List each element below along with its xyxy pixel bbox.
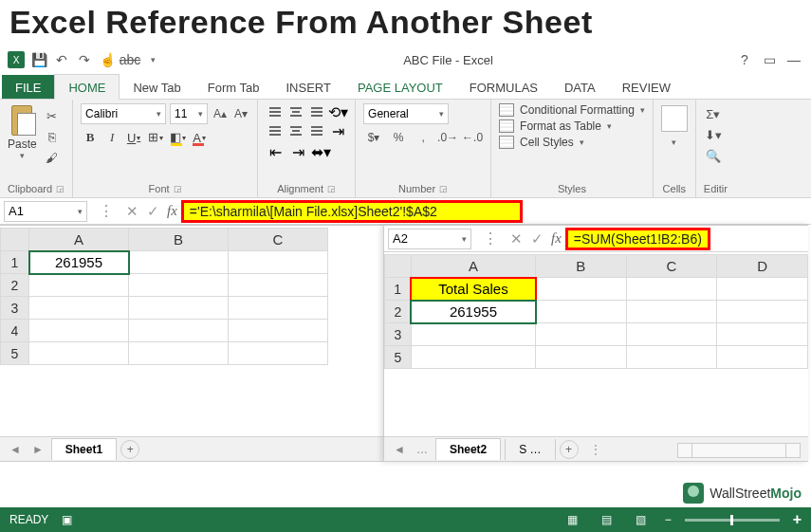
horizontal-scrollbar[interactable] [677, 443, 801, 458]
tab-insert[interactable]: INSERT [272, 75, 343, 99]
merge-center-icon[interactable]: ⬌▾ [311, 143, 330, 160]
cell-a3-left[interactable] [29, 297, 129, 320]
paste-dropdown-icon[interactable]: ▾ [20, 151, 25, 160]
fx-icon[interactable]: fx [163, 203, 181, 219]
cell-c4-left[interactable] [229, 320, 328, 342]
cell-a1-right[interactable]: Total Sales [411, 278, 535, 301]
cell-d3-right[interactable] [717, 323, 808, 346]
sheet-tab-s[interactable]: S … [505, 439, 555, 460]
cell-c3-left[interactable] [229, 297, 328, 320]
sheet-nav-next-icon[interactable]: ► [28, 443, 47, 456]
align-top-icon[interactable] [266, 103, 285, 120]
cell-b2-left[interactable] [129, 274, 229, 297]
shrink-font-icon[interactable]: A▾ [232, 103, 249, 124]
number-format-combo[interactable]: General▾ [363, 103, 449, 124]
align-center-icon[interactable] [286, 122, 305, 139]
tab-page-layout[interactable]: PAGE LAYOUT [344, 75, 456, 99]
orientation-icon[interactable]: ⟲▾ [328, 103, 347, 120]
cell-b3-left[interactable] [129, 297, 229, 320]
cut-icon[interactable]: ✂ [43, 107, 62, 124]
cell-c5-left[interactable] [229, 342, 328, 365]
cell-c1-left[interactable] [229, 251, 328, 274]
row-header-5-right[interactable]: 5 [385, 346, 412, 369]
alignment-launcher-icon[interactable]: ◲ [327, 184, 336, 193]
page-layout-view-icon[interactable]: ▤ [597, 511, 617, 528]
cell-b5-right[interactable] [536, 346, 627, 369]
cell-a5-right[interactable] [411, 346, 535, 369]
normal-view-icon[interactable]: ▦ [562, 511, 583, 528]
italic-button[interactable]: I [102, 128, 121, 147]
cell-b4-left[interactable] [129, 320, 229, 342]
tab-file[interactable]: FILE [2, 75, 54, 99]
zoom-out-button[interactable]: − [665, 513, 672, 526]
sheet-tab-sheet1[interactable]: Sheet1 [51, 438, 117, 460]
cell-b3-right[interactable] [536, 323, 627, 346]
wrap-text-icon[interactable]: ⇥ [328, 122, 347, 139]
select-all-corner-right[interactable] [385, 255, 412, 278]
cells-dropdown-icon[interactable]: ▾ [672, 138, 676, 147]
align-bottom-icon[interactable] [307, 103, 326, 120]
cell-c1-right[interactable] [626, 278, 717, 301]
tab-form-tab[interactable]: Form Tab [194, 75, 273, 99]
align-right-icon[interactable] [307, 122, 326, 139]
cells-icon[interactable] [661, 105, 688, 132]
row-header-1[interactable]: 1 [1, 251, 29, 274]
macro-record-icon[interactable]: ▣ [62, 513, 72, 526]
name-box-right[interactable]: A2▾ [388, 229, 471, 249]
sheet-nav-prev-icon-right[interactable]: ◄ [390, 443, 409, 456]
cell-d1-right[interactable] [717, 278, 808, 301]
fx-icon-right[interactable]: fx [547, 230, 565, 247]
cell-a3-right[interactable] [411, 323, 535, 346]
tab-review[interactable]: REVIEW [609, 75, 684, 99]
col-header-b-right[interactable]: B [536, 255, 627, 278]
find-select-icon[interactable]: 🔍 [704, 147, 723, 164]
conditional-formatting-button[interactable]: Conditional Formatting ▾ [499, 103, 645, 117]
tab-formulas[interactable]: FORMULAS [456, 75, 551, 99]
new-sheet-button-right[interactable]: + [560, 440, 579, 459]
percent-format-icon[interactable]: % [388, 128, 409, 147]
cell-c5-right[interactable] [626, 346, 717, 369]
fill-icon[interactable]: ⬇▾ [704, 126, 723, 143]
cell-c2-right[interactable] [626, 301, 717, 323]
row-header-1-right[interactable]: 1 [385, 278, 412, 301]
formula-input-left[interactable]: ='E:\sharmila\[Main File.xlsx]Sheet2'!$A… [181, 200, 523, 223]
cell-c3-right[interactable] [626, 323, 717, 346]
col-header-a-right[interactable]: A [411, 255, 535, 278]
row-header-5[interactable]: 5 [1, 342, 29, 365]
cell-d5-right[interactable] [717, 346, 808, 369]
col-header-c-right[interactable]: C [626, 255, 717, 278]
decrease-decimal-icon[interactable]: ←.0 [462, 128, 483, 147]
accounting-format-icon[interactable]: $▾ [363, 128, 384, 147]
cancel-formula-icon-right[interactable]: ✕ [506, 229, 526, 249]
format-as-table-button[interactable]: Format as Table ▾ [499, 119, 645, 133]
col-header-b[interactable]: B [129, 229, 229, 251]
formula-input-right[interactable]: =SUM(Sheet1!B2:B6) [565, 228, 710, 250]
sheet-nav-prev-icon[interactable]: ◄ [6, 443, 25, 456]
name-box-left[interactable]: A1▾ [4, 201, 87, 222]
col-header-d-right[interactable]: D [717, 255, 808, 278]
font-color-icon[interactable]: A▾ [190, 128, 209, 147]
sheet-tab-sheet2[interactable]: Sheet2 [435, 438, 501, 460]
enter-formula-icon-right[interactable]: ✓ [526, 229, 547, 249]
paste-button[interactable]: Paste ▾ [8, 103, 37, 160]
cell-b1-right[interactable] [536, 278, 627, 301]
help-button[interactable]: ? [735, 52, 754, 67]
cell-b5-left[interactable] [129, 342, 229, 365]
col-header-a[interactable]: A [29, 229, 129, 251]
ribbon-options-icon[interactable]: ▭ [760, 52, 779, 67]
font-launcher-icon[interactable]: ◲ [174, 184, 182, 193]
autosum-icon[interactable]: Σ▾ [704, 105, 723, 122]
format-painter-icon[interactable]: 🖌 [43, 149, 62, 166]
align-left-icon[interactable] [266, 122, 285, 139]
cell-d2-right[interactable] [717, 301, 808, 323]
copy-icon[interactable]: ⎘ [43, 128, 62, 145]
row-header-3-right[interactable]: 3 [385, 323, 412, 346]
decrease-indent-icon[interactable]: ⇤ [266, 143, 285, 160]
tab-new-tab[interactable]: New Tab [120, 75, 194, 99]
fill-color-icon[interactable]: ◧▾ [168, 128, 187, 147]
save-icon[interactable]: 💾 [30, 51, 47, 68]
qat-customize-icon[interactable]: ▾ [144, 51, 161, 68]
increase-decimal-icon[interactable]: .0→ [437, 128, 458, 147]
zoom-slider[interactable] [685, 519, 780, 522]
cell-a5-left[interactable] [29, 342, 129, 365]
